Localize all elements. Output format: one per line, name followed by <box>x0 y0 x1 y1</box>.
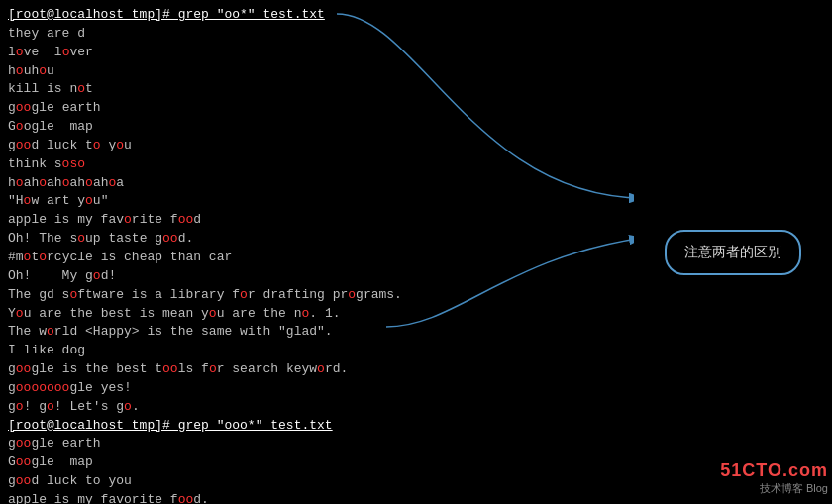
terminal-line: #motorcycle is cheap than car <box>8 249 626 267</box>
terminal-line: Google map <box>8 118 626 137</box>
right-panel: 注意两者的区别 <box>634 0 832 504</box>
terminal-line: google is the best tools for search keyw… <box>8 360 626 379</box>
notice-box: 注意两者的区别 <box>665 230 801 275</box>
sub2: Blog <box>806 482 828 494</box>
terminal-line: Oh! The soup taste good. <box>8 230 626 249</box>
terminal-line: think soso <box>8 155 626 174</box>
terminal-line: google earth <box>8 435 626 454</box>
notice-text: 注意两者的区别 <box>684 244 781 259</box>
terminal-line: they are d <box>8 25 626 44</box>
terminal-line: kill is not <box>8 80 626 99</box>
terminal-line: hoahoahoahoahoa <box>8 174 626 193</box>
terminal-line: apple is my favorite food <box>8 211 626 230</box>
terminal-line: "How art you" <box>8 192 626 211</box>
terminal-line: The gd software is a library for draftin… <box>8 286 626 305</box>
terminal-line: houhou <box>8 62 626 81</box>
terminal-line: You are the best is mean you are the no.… <box>8 305 626 324</box>
terminal-line: good luck to you <box>8 472 626 491</box>
terminal-line: go! go! Let's go. <box>8 398 626 417</box>
terminal-line: I like dog <box>8 342 626 360</box>
terminal: [root@localhost tmp]# grep "oo*" test.tx… <box>0 0 634 504</box>
terminal-line: google earth <box>8 99 626 118</box>
terminal-line: [root@localhost tmp]# grep "ooo*" test.t… <box>8 417 626 436</box>
terminal-line: good luck to you <box>8 137 626 155</box>
site-dot-com: .com <box>782 460 828 480</box>
terminal-line: gooooooogle yes! <box>8 379 626 398</box>
terminal-line: Oh! My god! <box>8 267 626 286</box>
terminal-line: Google map <box>8 454 626 472</box>
terminal-line: The world <Happy> is the same with "glad… <box>8 323 626 342</box>
site-name: 51CTO <box>720 460 782 480</box>
watermark: 51CTO.com 技术博客 Blog <box>720 460 828 496</box>
site-label: 51CTO.com <box>720 460 828 481</box>
terminal-line: apple is my favorite food. <box>8 491 626 504</box>
terminal-line: [root@localhost tmp]# grep "oo*" test.tx… <box>8 6 626 25</box>
sub1: 技术博客 <box>760 482 803 494</box>
site-sub: 技术博客 Blog <box>720 481 828 496</box>
terminal-line: love lover <box>8 44 626 62</box>
